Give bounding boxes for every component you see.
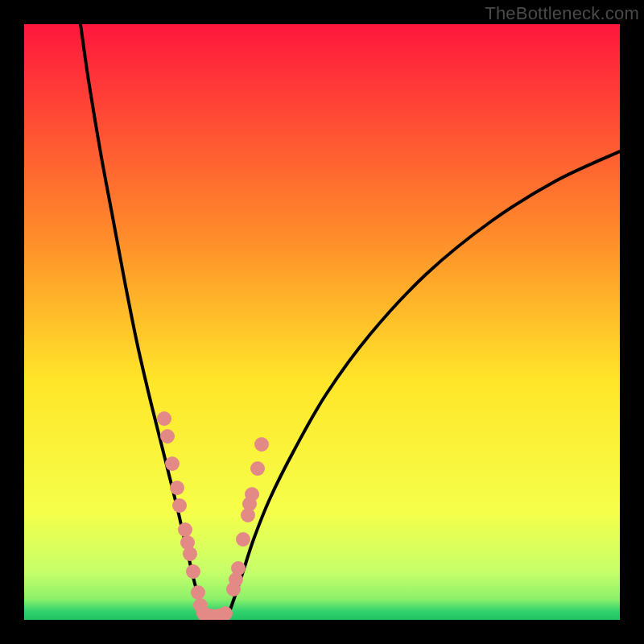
data-marker xyxy=(178,522,192,537)
data-marker xyxy=(180,535,195,550)
chart-svg xyxy=(24,24,620,620)
watermark-text: TheBottleneck.com xyxy=(485,3,639,24)
data-marker xyxy=(229,572,243,587)
data-marker xyxy=(254,437,269,452)
data-marker xyxy=(165,456,180,471)
data-marker xyxy=(157,411,171,426)
data-marker xyxy=(191,585,205,600)
data-marker xyxy=(160,429,175,444)
data-marker xyxy=(172,498,187,513)
data-marker xyxy=(250,461,265,476)
data-marker xyxy=(236,532,250,547)
data-marker xyxy=(242,497,257,511)
chart-container: TheBottleneck.com xyxy=(0,0,644,644)
data-marker xyxy=(170,481,184,495)
svg-rect-0 xyxy=(24,24,620,620)
plot-area xyxy=(24,24,620,620)
data-marker xyxy=(186,564,200,579)
